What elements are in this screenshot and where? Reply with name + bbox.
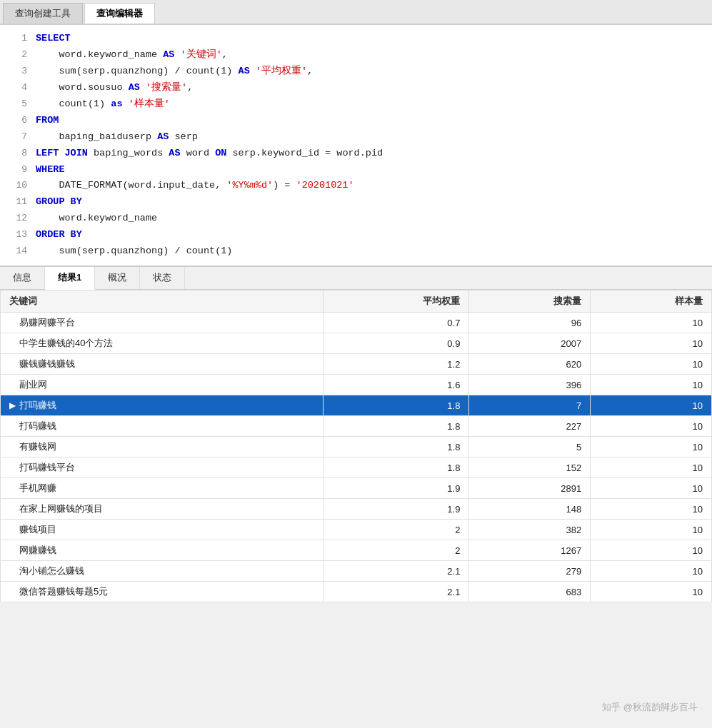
line-content: sum(serp.quanzhong) / count(1) AS '平均权重'… — [36, 64, 313, 80]
table-row[interactable]: 淘小铺怎么赚钱2.127910 — [1, 561, 712, 582]
table-row[interactable]: 微信答题赚钱每题5元2.168310 — [1, 582, 712, 602]
results-tab-状态[interactable]: 状态 — [140, 267, 185, 289]
table-row[interactable]: 打码赚钱1.822710 — [1, 416, 712, 437]
sql-line: 10 DATE_FORMAT(word.input_date, '%Y%m%d'… — [0, 178, 712, 194]
cell-avg_weight: 2.1 — [324, 561, 469, 582]
cell-keyword: ▶打吗赚钱 — [1, 395, 324, 416]
cell-search_vol: 279 — [469, 561, 591, 582]
results-tab-结果1[interactable]: 结果1 — [45, 267, 95, 290]
table-row[interactable]: ▶打吗赚钱1.8710 — [1, 395, 712, 416]
sql-editor[interactable]: 1SELECT2 word.keyword_name AS '关键词',3 su… — [0, 25, 712, 267]
cell-avg_weight: 1.9 — [324, 499, 469, 520]
sql-line: 6FROM — [0, 113, 712, 129]
table-row[interactable]: 手机网赚1.9289110 — [1, 478, 712, 499]
line-number: 10 — [6, 178, 27, 193]
line-content: ORDER BY — [36, 227, 82, 243]
line-number: 7 — [6, 129, 27, 145]
cell-search_vol: 382 — [469, 520, 591, 540]
sql-line: 8LEFT JOIN baping_words AS word ON serp.… — [0, 146, 712, 162]
line-content: DATE_FORMAT(word.input_date, '%Y%m%d') =… — [36, 178, 354, 194]
line-content: LEFT JOIN baping_words AS word ON serp.k… — [36, 146, 383, 162]
cell-sample: 10 — [591, 416, 712, 437]
cell-avg_weight: 1.8 — [324, 395, 469, 416]
cell-sample: 10 — [591, 478, 712, 499]
cell-search_vol: 2007 — [469, 333, 591, 354]
cell-avg_weight: 1.2 — [324, 354, 469, 375]
cell-sample: 10 — [591, 375, 712, 395]
results-table: 关键词平均权重搜索量样本量 易赚网赚平台0.79610 中学生赚钱的40个方法0… — [0, 290, 712, 602]
cell-keyword: 易赚网赚平台 — [1, 313, 324, 333]
cell-keyword: 在家上网赚钱的项目 — [1, 499, 324, 520]
cell-keyword: 网赚赚钱 — [1, 540, 324, 561]
cell-keyword: 打码赚钱平台 — [1, 457, 324, 478]
cell-search_vol: 152 — [469, 457, 591, 478]
cell-search_vol: 683 — [469, 582, 591, 602]
line-number: 14 — [6, 243, 27, 259]
cell-avg_weight: 1.8 — [324, 416, 469, 437]
cell-avg_weight: 2.1 — [324, 582, 469, 602]
cell-sample: 10 — [591, 313, 712, 333]
sql-line: 2 word.keyword_name AS '关键词', — [0, 47, 712, 64]
cell-keyword: 赚钱项目 — [1, 520, 324, 540]
line-content: GROUP BY — [36, 194, 82, 211]
col-header-3: 样本量 — [591, 290, 712, 313]
cell-avg_weight: 2 — [324, 540, 469, 561]
cell-search_vol: 2891 — [469, 478, 591, 499]
cell-sample: 10 — [591, 540, 712, 561]
line-content: count(1) as '样本量' — [36, 96, 170, 113]
results-area: 信息结果1概况状态 关键词平均权重搜索量样本量 易赚网赚平台0.79610 中学… — [0, 267, 712, 602]
table-row[interactable]: 中学生赚钱的40个方法0.9200710 — [1, 333, 712, 354]
cell-keyword: 微信答题赚钱每题5元 — [1, 582, 324, 602]
line-number: 1 — [6, 31, 27, 46]
main-tab-bar: 查询创建工具 查询编辑器 — [0, 0, 712, 25]
line-number: 8 — [6, 146, 27, 161]
line-content: SELECT — [36, 31, 71, 47]
cell-sample: 10 — [591, 354, 712, 375]
line-content: word.sousuo AS '搜索量', — [36, 80, 193, 96]
cell-avg_weight: 0.9 — [324, 333, 469, 354]
cell-search_vol: 96 — [469, 313, 591, 333]
results-tab-概况[interactable]: 概况 — [95, 267, 140, 289]
cell-sample: 10 — [591, 499, 712, 520]
cell-sample: 10 — [591, 395, 712, 416]
table-row[interactable]: 有赚钱网1.8510 — [1, 437, 712, 457]
table-row[interactable]: 赚钱赚钱赚钱1.262010 — [1, 354, 712, 375]
sql-line: 13ORDER BY — [0, 227, 712, 243]
table-row[interactable]: 副业网1.639610 — [1, 375, 712, 395]
line-number: 13 — [6, 227, 27, 243]
line-number: 11 — [6, 194, 27, 210]
cell-sample: 10 — [591, 520, 712, 540]
cell-sample: 10 — [591, 582, 712, 602]
sql-line: 5 count(1) as '样本量' — [0, 96, 712, 113]
table-row[interactable]: 打码赚钱平台1.815210 — [1, 457, 712, 478]
results-tab-信息[interactable]: 信息 — [0, 267, 45, 289]
cell-avg_weight: 1.6 — [324, 375, 469, 395]
cell-search_vol: 7 — [469, 395, 591, 416]
table-row[interactable]: 在家上网赚钱的项目1.914810 — [1, 499, 712, 520]
line-content: WHERE — [36, 162, 65, 178]
sql-line: 11GROUP BY — [0, 194, 712, 211]
cell-sample: 10 — [591, 333, 712, 354]
watermark: 知乎 @秋流韵脚步百斗 — [602, 701, 698, 714]
tab-query-editor[interactable]: 查询编辑器 — [84, 3, 155, 24]
line-number: 5 — [6, 96, 27, 112]
cell-sample: 10 — [591, 457, 712, 478]
sql-line: 1SELECT — [0, 31, 712, 47]
row-indicator: ▶ — [9, 400, 19, 410]
cell-search_vol: 227 — [469, 416, 591, 437]
line-content: word.keyword_name AS '关键词', — [36, 47, 228, 64]
line-content: FROM — [36, 113, 59, 129]
sql-line: 4 word.sousuo AS '搜索量', — [0, 80, 712, 96]
table-row[interactable]: 网赚赚钱2126710 — [1, 540, 712, 561]
table-row[interactable]: 易赚网赚平台0.79610 — [1, 313, 712, 333]
cell-keyword: 赚钱赚钱赚钱 — [1, 354, 324, 375]
line-number: 12 — [6, 211, 27, 226]
cell-sample: 10 — [591, 561, 712, 582]
col-header-0: 关键词 — [1, 290, 324, 313]
cell-keyword: 中学生赚钱的40个方法 — [1, 333, 324, 354]
cell-keyword: 打码赚钱 — [1, 416, 324, 437]
cell-search_vol: 620 — [469, 354, 591, 375]
tab-query-builder[interactable]: 查询创建工具 — [3, 3, 83, 24]
sql-line: 12 word.keyword_name — [0, 211, 712, 227]
table-row[interactable]: 赚钱项目238210 — [1, 520, 712, 540]
